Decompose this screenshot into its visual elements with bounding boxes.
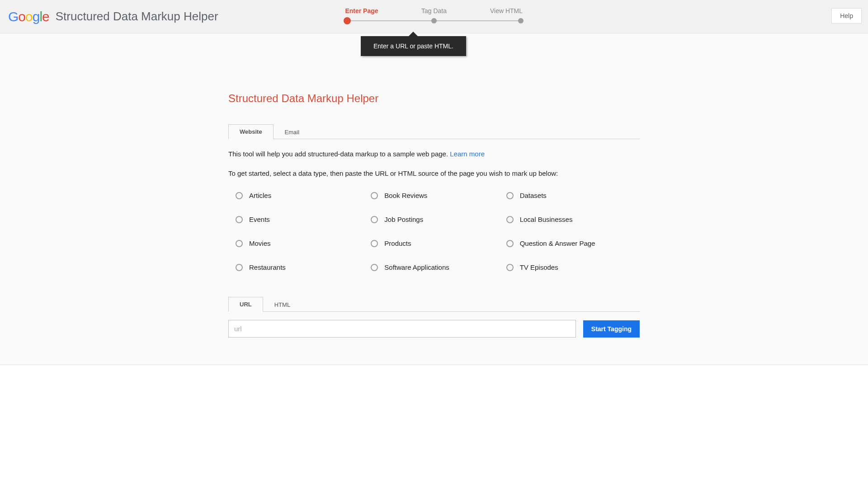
radio-articles[interactable]: Articles [236, 192, 362, 199]
intro-text: This tool will help you add structured-d… [228, 150, 640, 158]
radio-icon [371, 216, 378, 223]
url-input[interactable] [228, 320, 576, 338]
step-enter-page[interactable]: Enter Page [326, 7, 398, 14]
source-tabs: Website Email [228, 124, 640, 139]
google-logo: Google [8, 9, 49, 24]
step-tooltip: Enter a URL or paste HTML. [361, 32, 466, 56]
radio-movies[interactable]: Movies [236, 239, 362, 247]
radio-icon [371, 264, 378, 271]
radio-label: Movies [249, 239, 271, 247]
radio-label: Job Postings [384, 216, 423, 223]
radio-icon [506, 192, 514, 199]
radio-label: Events [249, 216, 270, 223]
stepper-dot-3 [518, 18, 524, 23]
radio-label: Products [384, 239, 411, 247]
step-tag-data[interactable]: Tag Data [398, 7, 470, 14]
app-title: Structured Data Markup Helper [56, 9, 218, 23]
intro-text-body: This tool will help you add structured-d… [228, 150, 450, 158]
radio-label: TV Episodes [520, 263, 558, 271]
radio-icon [236, 264, 243, 271]
radio-icon [506, 264, 514, 271]
radio-label: Restaurants [249, 263, 286, 271]
step-view-html[interactable]: View HTML [470, 7, 542, 14]
radio-label: Book Reviews [384, 192, 427, 199]
tab-email[interactable]: Email [274, 125, 311, 139]
radio-local-businesses[interactable]: Local Businesses [506, 216, 632, 223]
stepper-labels: Enter Page Tag Data View HTML [326, 7, 542, 14]
radio-book-reviews[interactable]: Book Reviews [371, 192, 497, 199]
logo-area: Google Structured Data Markup Helper [8, 9, 218, 24]
help-button[interactable]: Help [831, 8, 862, 23]
radio-job-postings[interactable]: Job Postings [371, 216, 497, 223]
radio-label: Question & Answer Page [520, 239, 595, 247]
input-row: Start Tagging [228, 320, 640, 338]
radio-icon [236, 240, 243, 247]
start-tagging-button[interactable]: Start Tagging [583, 320, 640, 338]
input-mode-tabs: URL HTML [228, 296, 640, 312]
app-header: Google Structured Data Markup Helper Ent… [0, 0, 868, 33]
radio-icon [506, 240, 514, 247]
progress-stepper: Enter Page Tag Data View HTML [326, 7, 542, 23]
stepper-dot-1 [344, 17, 351, 24]
stepper-line [326, 18, 542, 23]
radio-restaurants[interactable]: Restaurants [236, 263, 362, 271]
tab-website[interactable]: Website [228, 124, 274, 139]
tooltip-text: Enter a URL or paste HTML. [361, 36, 466, 56]
radio-tv-episodes[interactable]: TV Episodes [506, 263, 632, 271]
radio-label: Articles [249, 192, 271, 199]
main-container: Structured Data Markup Helper Website Em… [228, 92, 640, 338]
tooltip-arrow [409, 32, 418, 36]
radio-icon [371, 192, 378, 199]
stepper-dot-2 [431, 18, 437, 23]
radio-events[interactable]: Events [236, 216, 362, 223]
learn-more-link[interactable]: Learn more [450, 150, 485, 158]
radio-icon [236, 216, 243, 223]
page-title: Structured Data Markup Helper [228, 92, 640, 105]
radio-icon [506, 216, 514, 223]
radio-icon [371, 240, 378, 247]
data-type-grid: Articles Book Reviews Datasets Events Jo… [228, 192, 640, 271]
radio-datasets[interactable]: Datasets [506, 192, 632, 199]
radio-qa-page[interactable]: Question & Answer Page [506, 239, 632, 247]
radio-label: Local Businesses [520, 216, 573, 223]
radio-label: Software Applications [384, 263, 449, 271]
radio-products[interactable]: Products [371, 239, 497, 247]
radio-icon [236, 192, 243, 199]
tab-html[interactable]: HTML [263, 297, 302, 312]
tab-url[interactable]: URL [228, 297, 263, 312]
page-body: Structured Data Markup Helper Website Em… [0, 33, 868, 365]
radio-label: Datasets [520, 192, 547, 199]
radio-software-applications[interactable]: Software Applications [371, 263, 497, 271]
instruction-text: To get started, select a data type, then… [228, 169, 640, 177]
